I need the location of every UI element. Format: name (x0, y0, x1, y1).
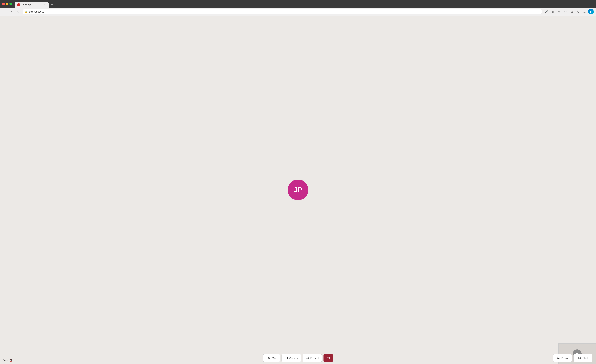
traffic-lights (2, 3, 12, 5)
end-call-icon (326, 356, 330, 360)
more-icon[interactable]: … (582, 9, 587, 15)
present-label: Present (310, 357, 319, 359)
browser-titlebar: R React App × + (0, 0, 596, 7)
camera-button[interactable]: Camera (282, 354, 301, 362)
video-area: JP John 🔇 AU You 🔇 (0, 16, 596, 364)
people-label: People (561, 357, 569, 359)
svg-marker-3 (287, 357, 288, 359)
svg-rect-5 (306, 357, 308, 358)
tab-react-app[interactable]: R React App × (15, 2, 49, 7)
main-participant-label: John 🔇 (3, 359, 12, 362)
main-participant-initials: JP (294, 186, 302, 194)
mic-label: Mic (272, 357, 276, 359)
right-controls: People Chat (553, 354, 592, 362)
svg-rect-4 (285, 357, 287, 359)
tab-close-icon[interactable]: × (43, 3, 46, 6)
browser-chrome: R React App × + ‹ › ↻ 🔒 localhost:3000 🎤… (0, 0, 596, 16)
tab-title: React App (22, 3, 42, 6)
mic-button[interactable]: Mic (263, 354, 280, 362)
back-icon: ‹ (5, 10, 6, 13)
traffic-light-minimize[interactable] (6, 3, 8, 5)
address-bar[interactable]: 🔒 localhost:3000 (22, 9, 542, 15)
forward-button[interactable]: › (9, 9, 14, 14)
bing-button[interactable]: b (588, 9, 594, 15)
microphone-browser-icon[interactable]: 🎤 (544, 9, 549, 15)
main-participant-muted-icon: 🔇 (9, 359, 12, 362)
profile-icon[interactable]: ⊕ (575, 9, 581, 15)
url-text: localhost:3000 (29, 10, 540, 13)
favicon-icon: R (18, 4, 19, 6)
main-content: JP John 🔇 AU You 🔇 (0, 16, 596, 364)
mic-off-icon (267, 357, 270, 359)
present-button[interactable]: Present (303, 354, 322, 362)
refresh-icon: ↻ (17, 10, 20, 13)
browser-toolbar: ‹ › ↻ 🔒 localhost:3000 🎤 ⊞ A ☆ ⧉ ⊕ … b (0, 7, 596, 16)
chat-icon (578, 357, 581, 359)
bing-icon: b (590, 10, 592, 13)
camera-icon (285, 357, 288, 359)
new-tab-button[interactable]: + (49, 2, 55, 7)
present-icon (306, 357, 309, 359)
people-icon (557, 357, 559, 359)
lock-icon: 🔒 (25, 10, 27, 13)
camera-label: Camera (289, 357, 298, 359)
forward-icon: › (11, 10, 12, 13)
people-button[interactable]: People (553, 354, 572, 362)
svg-point-8 (557, 357, 558, 358)
main-participant-avatar: JP (288, 180, 308, 200)
back-button[interactable]: ‹ (2, 9, 7, 14)
tab-bar: R React App × + (15, 0, 55, 7)
favorites-icon[interactable]: ☆ (563, 9, 568, 15)
toolbar-actions: 🎤 ⊞ A ☆ ⧉ ⊕ … b (544, 9, 594, 15)
traffic-light-close[interactable] (2, 3, 5, 5)
split-view-icon[interactable]: ⧉ (569, 9, 575, 15)
traffic-light-fullscreen[interactable] (9, 3, 12, 5)
refresh-button[interactable]: ↻ (16, 9, 21, 14)
call-controls: Mic Camera Present (263, 354, 333, 362)
extensions-icon[interactable]: ⊞ (550, 9, 555, 15)
main-participant-name: John (3, 359, 8, 362)
end-call-button[interactable] (324, 354, 333, 362)
chat-button[interactable]: Chat (574, 354, 592, 362)
reader-mode-icon[interactable]: A (556, 9, 562, 15)
tab-favicon: R (17, 3, 20, 6)
chat-label: Chat (582, 357, 588, 359)
